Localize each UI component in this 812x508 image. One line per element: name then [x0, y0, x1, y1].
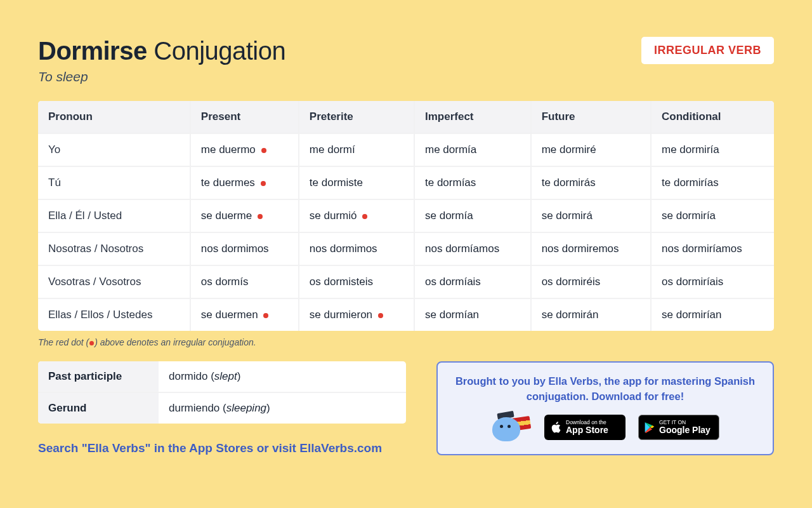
table-row: Vosotras / Vosotrosos dormís os dormiste… — [38, 265, 774, 298]
red-dot-icon — [89, 341, 94, 345]
table-row: Yome duermo me dormí me dormía me dormir… — [38, 133, 774, 166]
title-suffix: Conjugation — [154, 37, 285, 65]
table-row: Ellas / Ellos / Ustedesse duermen se dur… — [38, 298, 774, 331]
conjugation-cell: me dormía — [414, 133, 531, 166]
verb-name: Dormirse — [38, 37, 147, 65]
conjugation-cell: os dormíais — [414, 265, 531, 298]
conjugation-cell: se dormirían — [651, 298, 774, 331]
conjugation-cell: se dormirán — [531, 298, 651, 331]
page-title: Dormirse Conjugation — [38, 37, 285, 65]
promo-text: Brought to you by Ella Verbs, the app fo… — [452, 374, 759, 404]
conjugation-cell: te dormiste — [299, 166, 414, 199]
pronoun-cell: Vosotras / Vosotros — [38, 265, 190, 298]
verb-forms-table: Past participle dormido (slept) Gerund d… — [38, 361, 406, 424]
table-row: Ella / Él / Ustedse duerme se durmió se … — [38, 199, 774, 232]
conjugation-cell: se dormiría — [651, 199, 774, 232]
gerund-label: Gerund — [38, 392, 159, 424]
conjugation-cell: me dormiré — [531, 133, 651, 166]
conjugation-cell: se durmieron — [299, 298, 414, 331]
apple-icon — [550, 421, 561, 434]
column-header: Present — [190, 101, 299, 133]
irregular-dot-icon — [258, 214, 263, 219]
conjugation-cell: se duerme — [190, 199, 299, 232]
irregular-dot-icon — [263, 313, 268, 318]
conjugation-cell: se dormirá — [531, 199, 651, 232]
irregular-dot-icon — [362, 214, 367, 219]
conjugation-cell: se dormían — [414, 298, 531, 331]
conjugation-cell: os dormiréis — [531, 265, 651, 298]
column-header: Imperfect — [414, 101, 531, 133]
app-store-badge[interactable]: Download on the App Store — [544, 415, 625, 440]
irregular-dot-icon — [261, 181, 266, 186]
gerund-value: durmiendo (sleeping) — [159, 392, 406, 424]
conjugation-cell: nos dormíamos — [414, 232, 531, 265]
irregular-dot-icon — [378, 313, 383, 318]
promo-box: Brought to you by Ella Verbs, the app fo… — [436, 361, 774, 455]
conjugation-cell: te dormirás — [531, 166, 651, 199]
column-header: Preterite — [299, 101, 414, 133]
conjugation-cell: te dormías — [414, 166, 531, 199]
conjugation-cell: se durmió — [299, 199, 414, 232]
conjugation-cell: te dormirías — [651, 166, 774, 199]
irregular-dot-icon — [261, 148, 266, 153]
pronoun-cell: Yo — [38, 133, 190, 166]
conjugation-cell: se dormía — [414, 199, 531, 232]
conjugation-cell: nos dormimos — [190, 232, 299, 265]
past-participle-value: dormido (slept) — [159, 361, 406, 392]
column-header: Future — [531, 101, 651, 133]
conjugation-cell: os dormís — [190, 265, 299, 298]
table-row: Nosotras / Nosotrosnos dormimos nos dorm… — [38, 232, 774, 265]
table-row: Túte duermes te dormiste te dormías te d… — [38, 166, 774, 199]
conjugation-table: PronounPresentPreteriteImperfectFutureCo… — [38, 101, 774, 331]
conjugation-cell: me dormiría — [651, 133, 774, 166]
pronoun-cell: Nosotras / Nosotros — [38, 232, 190, 265]
conjugation-cell: te duermes — [190, 166, 299, 199]
search-cta: Search "Ella Verbs" in the App Stores or… — [38, 441, 406, 455]
column-header: Pronoun — [38, 101, 190, 133]
conjugation-cell: me duermo — [190, 133, 299, 166]
google-play-badge[interactable]: GET IT ON Google Play — [638, 415, 719, 440]
conjugation-cell: nos dormimos — [299, 232, 414, 265]
conjugation-cell: nos dormiríamos — [651, 232, 774, 265]
past-participle-label: Past participle — [38, 361, 159, 392]
conjugation-cell: nos dormiremos — [531, 232, 651, 265]
conjugation-cell: me dormí — [299, 133, 414, 166]
conjugation-cell: os dormiríais — [651, 265, 774, 298]
irregular-badge: IRREGULAR VERB — [641, 37, 774, 64]
conjugation-cell: se duermen — [190, 298, 299, 331]
legend-text: The red dot () above denotes an irregula… — [38, 337, 774, 347]
conjugation-cell: os dormisteis — [299, 265, 414, 298]
pronoun-cell: Ellas / Ellos / Ustedes — [38, 298, 190, 331]
pronoun-cell: Ella / Él / Usted — [38, 199, 190, 232]
verb-translation: To sleep — [38, 69, 285, 84]
pronoun-cell: Tú — [38, 166, 190, 199]
column-header: Conditional — [651, 101, 774, 133]
ella-verbs-logo-icon — [491, 413, 532, 441]
google-play-icon — [645, 422, 655, 433]
